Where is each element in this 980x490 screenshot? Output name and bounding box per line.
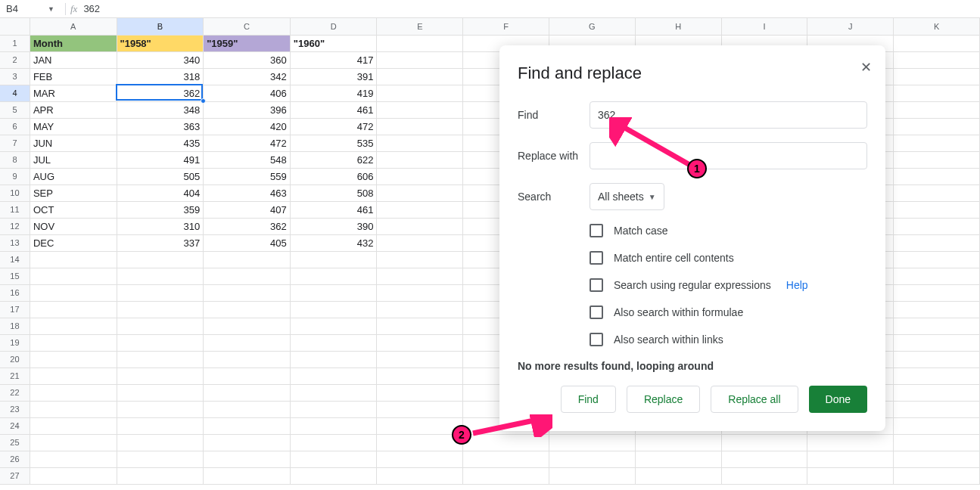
cell[interactable] [30,284,117,301]
cell[interactable] [894,368,980,384]
cell[interactable] [204,251,291,268]
cell[interactable]: 606 [290,168,377,185]
cell[interactable]: 419 [290,85,377,101]
cell[interactable] [30,368,117,384]
find-button[interactable]: Find [561,386,616,413]
cell[interactable]: 340 [117,51,204,68]
cell[interactable] [117,401,204,417]
row-header-16[interactable]: 16 [0,284,30,301]
cell[interactable] [377,118,463,135]
cell[interactable] [894,201,980,218]
cell[interactable]: 548 [204,151,291,168]
cell[interactable] [204,451,291,467]
column-header-K[interactable]: K [894,18,980,35]
cell[interactable] [894,68,980,85]
row-header-2[interactable]: 2 [0,51,30,68]
cell[interactable] [30,301,117,318]
cell[interactable] [377,351,463,368]
cell[interactable] [549,451,636,467]
cell[interactable] [290,368,377,384]
cell[interactable] [117,451,204,467]
column-header-B[interactable]: B [117,18,204,35]
cell[interactable] [204,434,291,451]
cell[interactable] [290,251,377,268]
cell[interactable] [377,185,463,201]
cell[interactable] [117,467,204,484]
cell[interactable] [894,101,980,118]
column-header-G[interactable]: G [549,18,636,35]
cell[interactable] [463,434,549,451]
column-header-E[interactable]: E [377,18,463,35]
cell[interactable]: 363 [117,118,204,135]
cell[interactable]: 435 [117,135,204,151]
column-header-D[interactable]: D [290,18,377,35]
cell[interactable]: 360 [204,51,291,68]
replace-button[interactable]: Replace [627,386,700,413]
replace-all-button[interactable]: Replace all [711,386,798,413]
row-header-15[interactable]: 15 [0,268,30,284]
cell[interactable]: 508 [290,185,377,201]
row-header-12[interactable]: 12 [0,218,30,234]
cell[interactable] [377,318,463,334]
cell[interactable] [894,301,980,318]
cell[interactable]: 405 [204,234,291,251]
cell[interactable] [463,451,549,467]
close-icon[interactable]: ✕ [860,59,872,76]
cell[interactable] [549,467,636,484]
cell[interactable] [30,334,117,351]
cell[interactable] [204,384,291,401]
cell[interactable]: 432 [290,234,377,251]
row-header-3[interactable]: 3 [0,68,30,85]
cell[interactable] [721,434,807,451]
cell[interactable] [894,417,980,434]
cell[interactable] [894,268,980,284]
cell[interactable]: 622 [290,151,377,168]
cell[interactable] [377,35,463,51]
cell[interactable] [117,268,204,284]
cell[interactable] [30,251,117,268]
cell[interactable] [117,417,204,434]
cell[interactable]: JAN [30,51,117,68]
cell[interactable] [894,334,980,351]
cell[interactable] [377,68,463,85]
cell[interactable] [117,434,204,451]
match-case-checkbox[interactable] [590,224,603,237]
row-header-6[interactable]: 6 [0,118,30,135]
cell[interactable] [635,451,721,467]
cell[interactable] [807,451,894,467]
cell[interactable] [204,351,291,368]
cell[interactable] [894,118,980,135]
cell[interactable]: 396 [204,101,291,118]
column-header-H[interactable]: H [635,18,721,35]
cell[interactable] [117,384,204,401]
match-entire-checkbox[interactable] [590,251,603,265]
cell[interactable]: APR [30,101,117,118]
cell[interactable] [204,318,291,334]
cell[interactable] [117,368,204,384]
cell[interactable] [290,301,377,318]
cell[interactable] [635,434,721,451]
column-header-F[interactable]: F [463,18,549,35]
row-header-13[interactable]: 13 [0,234,30,251]
cell[interactable] [30,318,117,334]
cell[interactable]: Month [30,35,117,51]
cell[interactable] [30,417,117,434]
row-header-27[interactable]: 27 [0,467,30,484]
cell[interactable]: MAY [30,118,117,135]
cell[interactable]: SEP [30,185,117,201]
cell[interactable] [894,251,980,268]
cell[interactable]: JUN [30,135,117,151]
cell[interactable] [290,451,377,467]
cell[interactable] [290,351,377,368]
cell[interactable] [30,434,117,451]
regex-help-link[interactable]: Help [786,279,808,291]
cell[interactable] [894,135,980,151]
regex-checkbox[interactable] [590,278,603,292]
cell[interactable]: 417 [290,51,377,68]
cell[interactable] [290,467,377,484]
cell[interactable]: 461 [290,201,377,218]
cell[interactable] [635,467,721,484]
cell[interactable]: JUL [30,151,117,168]
search-scope-select[interactable]: All sheets ▼ [590,183,664,210]
cell[interactable] [377,101,463,118]
